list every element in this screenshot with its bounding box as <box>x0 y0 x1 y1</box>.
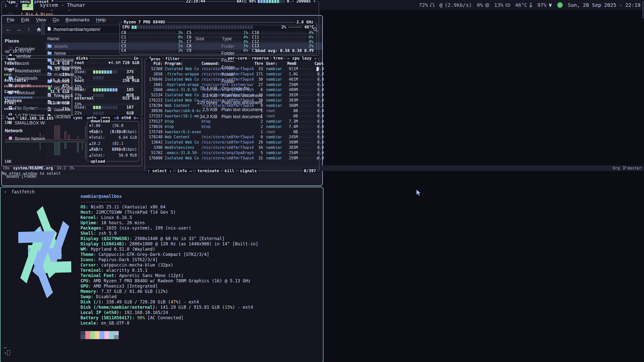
proc-column-header[interactable]: Pid: <box>147 61 163 66</box>
proc-mem: 360M <box>285 103 298 108</box>
net-interface[interactable]: ←b eth0 n→ <box>113 115 139 120</box>
proc-command: /nix/store/sm8fmrf3wps4 <box>202 72 254 77</box>
meter-block <box>93 106 95 109</box>
proc-footer-signals[interactable]: signals <box>239 168 258 173</box>
proc-filter-button[interactable]: filter <box>164 56 181 61</box>
meter-block <box>93 112 95 115</box>
net-button-sync[interactable]: sync <box>72 115 84 120</box>
proc-footer-terminate[interactable]: terminate <box>196 168 220 173</box>
bar-module-at[interactable]: @(2.9kb/s) <box>439 2 472 8</box>
proc-footer-select[interactable]: ↑ select ↓ <box>146 168 173 173</box>
proc-user: nambiar <box>265 93 285 98</box>
proc-row[interactable]: 52368Isolated Web Co/nix/store/sm8fmrf3w… <box>147 66 317 72</box>
proc-row[interactable]: 52134Isolated Web Co/nix/store/sm8fmrf3w… <box>147 93 317 98</box>
disk-size: 256 MiB <box>123 78 139 84</box>
core-row: C74% <box>187 39 248 44</box>
proc-threads: 171 <box>254 72 263 77</box>
meter-block <box>99 106 101 109</box>
proc-column-header[interactable]: User: <box>265 61 285 66</box>
proc-cpu: 0.0 <box>314 119 324 124</box>
meter-block <box>260 0 263 3</box>
cpu-button-menu[interactable]: menu <box>19 0 31 4</box>
plug-icon <box>548 3 552 7</box>
fastfetch-line: Swap: Disabled <box>80 294 258 299</box>
fastfetch-line: CPU: AMD Ryzen 7 PRO 8840U w/ Radeon 780… <box>80 278 258 284</box>
proc-button-per-core[interactable]: per-core <box>227 56 248 61</box>
proc-row[interactable]: 177257kworker/10:1-mm_1root0B0.0 <box>147 114 317 119</box>
btop-disks-box: disksioroot▼4.6M720 GiBIO%Used: 52%375 G… <box>72 58 142 116</box>
proc-row[interactable]: 176646Isolated Web Co/nix/store/sm8fmrf3… <box>147 77 317 82</box>
proc-row[interactable]: 175749kworker/6:2-even1root0B0.0 <box>147 129 317 135</box>
scrollbar[interactable] <box>642 1 644 19</box>
net-stat-row: ▲ Total:50.0 MiB <box>89 153 137 159</box>
mem-fill <box>23 92 48 92</box>
proc-row[interactable]: 2658.firefox-wrappe/nix/store/sm8fmrf3wp… <box>147 72 317 77</box>
git-branch-icon <box>623 166 626 171</box>
proc-row[interactable]: 176000Isolated Web Co/nix/store/sm8fmrf3… <box>147 156 317 161</box>
core-percent: 0% <box>178 35 183 39</box>
disk-used-meter <box>93 105 120 116</box>
fastfetch-line: Icons: Papirus-Dark [GTK2/3/4] <box>80 257 258 262</box>
proc-row[interactable]: 179127btopbtop2nambiar7.3M0.0 <box>147 119 317 124</box>
proc-scrollbar-thumb[interactable] <box>316 67 318 71</box>
net-stat-label: Total: <box>91 153 105 159</box>
proc-column-header[interactable]: MemB <box>285 61 314 66</box>
proc-row[interactable]: 3390WebExtensions/nix/store/sm8fmrf3wps4… <box>147 145 317 150</box>
core-graph <box>193 50 241 52</box>
proc-cpu-graph <box>299 147 313 149</box>
meter-block <box>101 112 104 115</box>
mem-value: 12.8 GiB <box>50 100 69 106</box>
proc-user: nambiar <box>265 119 285 124</box>
bar-module-chip[interactable]: 0% <box>477 2 489 8</box>
proc-column-header[interactable]: Command: <box>202 61 254 66</box>
proc-footer-kill[interactable]: kill <box>224 168 235 173</box>
proc-cpu: 0.0 <box>314 108 324 114</box>
proc-cpu: 0.0 <box>314 140 324 145</box>
proc-program: .firefox-wrappe <box>165 72 202 77</box>
bar-module-headphones[interactable]: 72% <box>419 2 434 8</box>
proc-button-reverse[interactable]: reverse <box>251 56 269 61</box>
bar-module-thermometer[interactable]: 46°C <box>515 2 532 8</box>
meter-block <box>251 26 253 29</box>
fastfetch-value: : AMD Ryzen 7 PRO 8840U w/ Radeon 780M G… <box>88 278 251 283</box>
mem-value: 61.4 GiB <box>50 61 69 66</box>
bar-module-value: 72% <box>419 2 428 8</box>
proc-cpu-graph <box>299 105 313 107</box>
cpu-button-preset[interactable]: preset * <box>33 0 55 4</box>
proc-row[interactable]: 13642Isolated Web Co/nix/store/sm8fmrf3w… <box>147 140 317 145</box>
proc-command: /nix/store/wnqz5pa8rayh <box>202 150 254 156</box>
meter-block <box>263 0 265 3</box>
proc-row[interactable]: 51762.emacs-31.0.50-/nix/store/wnqz5pa8r… <box>147 150 317 156</box>
palette-swatch <box>114 335 119 339</box>
proc-user: root <box>265 108 285 114</box>
bar-module-plug[interactable]: 97% <box>537 2 552 8</box>
proc-cpu-graph <box>299 110 313 112</box>
proc-row[interactable]: 38936kworker/u64:6-kc1root0B0.0 <box>147 108 317 114</box>
proc-column-header[interactable]: Threads: <box>254 61 263 66</box>
net-arrow: ▼ <box>89 123 91 129</box>
proc-user: root <box>265 114 285 119</box>
fastfetch-value: : 338.49 GiB / 720.20 GiB (47%) - ext4 <box>101 299 199 304</box>
proc-row[interactable]: 178248Web Content/nix/store/sm8fmrf3wps4… <box>147 134 317 140</box>
proc-row[interactable]: 2660.emacs-31.0.50-/nix/store/wnqz5pa8ra… <box>147 87 317 93</box>
proc-row[interactable]: 176223Isolated Web Co/nix/store/sm8fmrf3… <box>147 98 317 103</box>
proc-sort[interactable]: ← cpu lazy → <box>286 56 317 61</box>
proc-user: nambiar <box>265 140 285 145</box>
proc-button-tree[interactable]: tree <box>272 56 284 61</box>
core-row: C124% <box>252 39 313 44</box>
net-stat-value: 50.0 MiB <box>119 153 137 159</box>
proc-column-header[interactable]: Cpu% ↑ <box>314 61 324 66</box>
core-row: C104% <box>252 30 313 35</box>
proc-row[interactable]: 178294Web Content/nix/store/sm8fmrf3wps4… <box>147 103 317 108</box>
fastfetch-value: : 141.19 GiB / 915.81 GiB (15%) - ext4 <box>155 305 253 310</box>
proc-row[interactable]: 2601.Hyprland-wrapp/run/current-system/s… <box>147 82 317 87</box>
bar-module-memory[interactable]: 13% <box>494 2 510 8</box>
blank <box>80 326 258 331</box>
proc-footer-info[interactable]: info ↵ <box>176 168 193 173</box>
palette-swatch <box>80 335 85 339</box>
proc-row[interactable]: 178616btopbtop2nambiar7.4M0.0 <box>147 124 317 129</box>
net-stat-label: Top: <box>91 129 100 135</box>
proc-program: .emacs-31.0.50- <box>165 87 202 93</box>
proc-column-header[interactable]: Program: <box>165 61 202 66</box>
fastfetch-key: Disk (/home/nambiar/external) <box>80 305 155 310</box>
